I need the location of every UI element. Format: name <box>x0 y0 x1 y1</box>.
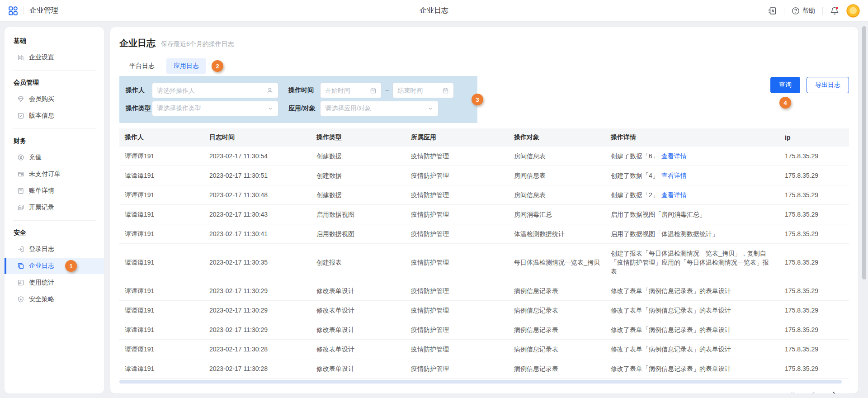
first-page-button[interactable] <box>789 391 796 393</box>
sidebar-item-label: 使用统计 <box>29 279 54 287</box>
cell-operator: 谭谭谭191 <box>119 359 204 379</box>
cell-detail: 修改了表单「病例信息记录表」的表单设计 <box>605 320 779 340</box>
sidebar-section-header: 安全 <box>5 225 104 241</box>
chevron-down-icon <box>427 105 434 112</box>
operator-input-field[interactable] <box>157 87 263 94</box>
cell-ip: 175.8.35.29 <box>779 244 849 281</box>
table-row: 谭谭谭191 2023-02-17 11:30:51 创建数据 疫情防护管理 房… <box>119 166 849 185</box>
bill-details-icon <box>17 187 24 194</box>
app-target-select[interactable]: 请选择应用/对象 <box>320 101 439 116</box>
cell-ip: 175.8.35.29 <box>779 147 849 166</box>
help-button[interactable]: 帮助 <box>792 7 815 15</box>
sidebar-section-header: 财务 <box>5 133 104 149</box>
view-detail-link[interactable]: 查看详情 <box>661 152 687 160</box>
app-select-placeholder: 请选择应用/对象 <box>325 104 424 113</box>
cell-log-time: 2023-02-17 11:30:28 <box>204 359 311 379</box>
cell-ip: 175.8.35.29 <box>779 359 849 379</box>
start-time-field[interactable] <box>325 87 366 94</box>
translate-icon[interactable] <box>768 6 777 15</box>
app-grid-logo-icon[interactable] <box>8 6 18 16</box>
action-buttons: 查询 导出日志 4 <box>770 77 849 93</box>
tour-step-4-badge: 4 <box>779 97 791 109</box>
cell-log-time: 2023-02-17 11:30:54 <box>204 147 311 166</box>
end-time-input[interactable] <box>392 83 454 98</box>
cell-detail: 创建了数据「2」查看详情 <box>605 185 779 205</box>
security-policy-icon <box>17 296 24 303</box>
sidebar-section: 安全 登录日志 企业日志 1 使用统计 安全策略 <box>5 225 104 308</box>
end-time-field[interactable] <box>397 87 439 94</box>
cell-op-type: 创建报表 <box>311 244 406 281</box>
cell-app: 疫情防护管理 <box>406 340 509 359</box>
calendar-icon <box>442 87 449 94</box>
user-avatar[interactable] <box>846 4 860 18</box>
sidebar-item-bill-details[interactable]: 账单详情 <box>5 183 104 199</box>
cell-log-time: 2023-02-17 11:30:29 <box>204 281 311 301</box>
sidebar-divider <box>13 70 96 71</box>
sidebar-item-version-info[interactable]: 版本信息 <box>5 108 104 124</box>
query-button[interactable]: 查询 <box>770 77 800 93</box>
type-select[interactable]: 请选择操作类型 <box>152 101 278 116</box>
horizontal-scrollbar[interactable] <box>119 380 842 384</box>
company-settings-icon <box>17 54 24 61</box>
vertical-scrollbar[interactable] <box>862 26 866 280</box>
cell-operator: 谭谭谭191 <box>119 185 204 205</box>
sidebar-item-login-log[interactable]: 登录日志 <box>5 241 104 257</box>
col-log-time: 日志时间 <box>204 128 311 147</box>
table-row: 谭谭谭191 2023-02-17 11:30:29 修改表单设计 疫情防护管理… <box>119 281 849 301</box>
filter-panel: 操作人 操作时间 ~ <box>119 76 477 123</box>
sidebar-item-label: 登录日志 <box>29 245 54 253</box>
cell-operator: 谭谭谭191 <box>119 147 204 166</box>
view-detail-link[interactable]: 查看详情 <box>661 172 687 179</box>
chevron-left-icon <box>810 391 816 393</box>
sidebar-item-label: 会员购买 <box>29 95 54 103</box>
sidebar-item-invoice-records[interactable]: 开票记录 <box>5 199 104 216</box>
operator-input[interactable] <box>152 83 278 98</box>
next-page-button[interactable] <box>831 391 837 393</box>
sidebar-divider <box>13 220 96 221</box>
cell-operator: 谭谭谭191 <box>119 320 204 340</box>
sidebar-item-unpaid-orders[interactable]: 未支付订单 <box>5 166 104 182</box>
view-detail-link[interactable]: 查看详情 <box>661 191 687 199</box>
cell-op-type: 创建数据 <box>311 166 406 185</box>
tour-step-2-badge: 2 <box>212 60 223 72</box>
cell-app: 疫情防护管理 <box>406 224 509 244</box>
calendar-icon <box>370 87 377 94</box>
sidebar-item-usage-stats[interactable]: 使用统计 <box>5 275 104 291</box>
sidebar-item-enterprise-settings[interactable]: 企业设置 <box>5 49 104 66</box>
sidebar-item-enterprise-log[interactable]: 企业日志 1 <box>5 258 104 274</box>
cell-detail: 启用了数据视图「房间消毒汇总」 <box>605 205 779 224</box>
cell-log-time: 2023-02-17 11:30:48 <box>204 185 311 205</box>
sidebar-item-member-purchase[interactable]: 会员购买 <box>5 91 104 107</box>
cell-target: 病例信息记录表 <box>509 301 605 320</box>
cell-operator: 谭谭谭191 <box>119 224 204 244</box>
cell-ip: 175.8.35.29 <box>779 320 849 340</box>
cell-log-time: 2023-02-17 11:30:29 <box>204 320 311 340</box>
cell-ip: 175.8.35.29 <box>779 185 849 205</box>
previous-page-button[interactable] <box>810 391 816 393</box>
notification-bell-icon[interactable] <box>830 6 839 15</box>
tour-step-1-badge: 1 <box>65 260 77 272</box>
sidebar-section: 会员管理 会员购买 版本信息 <box>5 75 104 129</box>
cell-detail: 启用了数据视图「体温检测数据统计」 <box>605 224 779 244</box>
sidebar-sections: 基础 企业设置 会员管理 会员购买 版本信息 财务 充值 未支付订单 账 <box>5 33 104 308</box>
col-app: 所属应用 <box>406 128 509 147</box>
cell-operator: 谭谭谭191 <box>119 281 204 301</box>
tab-platform-log[interactable]: 平台日志 <box>122 58 162 74</box>
cell-detail: 创建了数据「6」查看详情 <box>605 147 779 166</box>
cell-operator: 谭谭谭191 <box>119 301 204 320</box>
topbar-divider <box>822 7 823 14</box>
cell-app: 疫情防护管理 <box>406 147 509 166</box>
app-title: 企业管理 <box>29 6 58 15</box>
usage-stats-icon <box>17 279 24 286</box>
tab-application-log[interactable]: 应用日志 <box>166 58 206 74</box>
cell-target: 房间消毒汇总 <box>509 205 605 224</box>
cell-detail: 创建了数据「4」查看详情 <box>605 166 779 185</box>
table-row: 谭谭谭191 2023-02-17 11:30:28 修改表单设计 疫情防护管理… <box>119 359 849 379</box>
export-log-button[interactable]: 导出日志 <box>807 77 849 93</box>
sidebar-item-recharge[interactable]: 充值 <box>5 149 104 166</box>
topbar-divider <box>24 7 24 14</box>
start-time-input[interactable] <box>320 83 382 98</box>
sidebar-item-label: 企业日志 <box>29 262 54 270</box>
table-row: 谭谭谭191 2023-02-17 11:30:28 修改表单设计 疫情防护管理… <box>119 340 849 359</box>
sidebar-item-security-policy[interactable]: 安全策略 <box>5 291 104 308</box>
